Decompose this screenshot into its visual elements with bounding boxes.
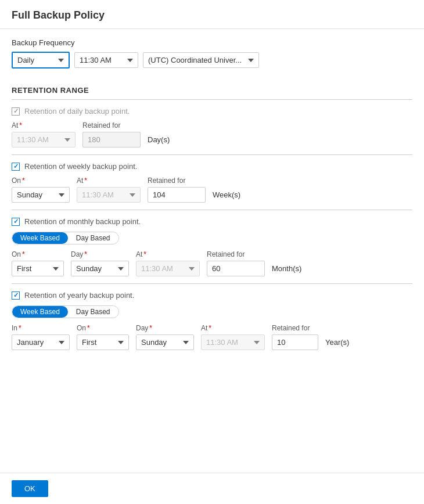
daily-retention-block: Retention of daily backup point. At * 11…: [12, 100, 412, 155]
monthly-toggle-group: Week Based Day Based: [12, 232, 119, 244]
frequency-row: Daily Weekly Monthly 11:30 AM 12:00 AM 1…: [12, 52, 412, 69]
yearly-on-required: *: [87, 324, 90, 332]
monthly-day-select[interactable]: Sunday Monday Tuesday Wednesday Thursday…: [71, 261, 129, 276]
monthly-on-label: On *: [12, 250, 64, 258]
monthly-day-label: Day *: [71, 250, 129, 258]
main-content: Backup Frequency Daily Weekly Monthly 11…: [0, 29, 424, 473]
yearly-retention-header: Retention of yearly backup point.: [12, 291, 412, 300]
monthly-retained-label: Retained for: [207, 250, 265, 258]
yearly-unit-label: Year(s): [325, 338, 349, 350]
daily-retention-label: Retention of daily backup point.: [24, 107, 130, 116]
yearly-at-label: At *: [201, 324, 265, 332]
page-title: Full Backup Policy: [0, 0, 424, 29]
monthly-on-required: *: [22, 250, 25, 258]
monthly-retention-header: Retention of monthly backup point.: [12, 217, 412, 226]
monthly-retained-input[interactable]: [207, 261, 265, 276]
yearly-day-select[interactable]: Sunday Monday Tuesday Wednesday Thursday…: [136, 334, 194, 350]
ok-button[interactable]: OK: [12, 480, 48, 497]
yearly-on-label: On *: [77, 324, 129, 332]
weekly-at-label: At *: [77, 177, 141, 185]
weekly-retention-label: Retention of weekly backup point.: [24, 162, 137, 171]
monthly-fields-row: On * First Second Third Fourth Last Day …: [12, 250, 412, 276]
weekly-retained-input[interactable]: [148, 187, 206, 203]
daily-retention-header: Retention of daily backup point.: [12, 107, 412, 116]
daily-retained-input: [82, 132, 141, 147]
weekly-retention-block: Retention of weekly backup point. On * S…: [12, 155, 412, 210]
yearly-in-group: In * January February March April May Ju…: [12, 324, 70, 350]
weekly-retained-label: Retained for: [148, 177, 206, 185]
weekly-on-select[interactable]: Sunday Monday Tuesday Wednesday Thursday…: [12, 187, 70, 203]
weekly-at-select: 11:30 AM: [77, 187, 141, 203]
yearly-retention-block: Retention of yearly backup point. Week B…: [12, 284, 412, 357]
yearly-day-group: Day * Sunday Monday Tuesday Wednesday Th…: [136, 324, 194, 350]
page-container: Full Backup Policy Backup Frequency Dail…: [0, 0, 424, 504]
monthly-unit-label: Month(s): [272, 264, 301, 276]
yearly-in-required: *: [19, 324, 21, 332]
weekly-retention-checkbox[interactable]: [12, 163, 20, 171]
monthly-at-group: At * 11:30 AM: [136, 250, 200, 276]
daily-at-select: 11:30 AM: [12, 132, 76, 147]
monthly-day-based-btn[interactable]: Day Based: [68, 232, 118, 244]
yearly-day-required: *: [149, 324, 152, 332]
monthly-retention-label: Retention of monthly backup point.: [24, 217, 141, 226]
footer: OK: [0, 473, 424, 504]
backup-time-select[interactable]: 11:30 AM 12:00 AM 1:00 AM: [74, 52, 138, 68]
weekly-on-group: On * Sunday Monday Tuesday Wednesday Thu…: [12, 177, 70, 203]
daily-at-group: At * 11:30 AM: [12, 121, 76, 147]
monthly-at-select: 11:30 AM: [136, 261, 200, 276]
timezone-select[interactable]: (UTC) Coordinated Univer... (UTC-05:00) …: [143, 52, 259, 68]
yearly-day-based-btn[interactable]: Day Based: [68, 306, 118, 318]
monthly-retention-checkbox[interactable]: [12, 218, 20, 226]
yearly-toggle-group: Week Based Day Based: [12, 305, 119, 318]
yearly-retained-label: Retained for: [272, 324, 318, 332]
daily-retention-checkbox[interactable]: [12, 107, 20, 116]
monthly-week-based-btn[interactable]: Week Based: [12, 232, 68, 244]
yearly-retention-checkbox[interactable]: [12, 291, 20, 300]
yearly-day-label: Day *: [136, 324, 194, 332]
daily-retained-label: Retained for: [82, 121, 141, 129]
yearly-at-required: *: [209, 324, 211, 332]
yearly-week-based-btn[interactable]: Week Based: [12, 306, 68, 318]
monthly-at-required: *: [143, 250, 146, 258]
weekly-unit-label: Week(s): [213, 190, 240, 203]
backup-frequency-label: Backup Frequency: [12, 38, 412, 47]
weekly-at-required: *: [84, 177, 87, 185]
retention-range-title: RETENTION RANGE: [12, 80, 412, 100]
weekly-on-label: On *: [12, 177, 70, 185]
yearly-retention-label: Retention of yearly backup point.: [24, 291, 134, 300]
weekly-fields-row: On * Sunday Monday Tuesday Wednesday Thu…: [12, 177, 412, 203]
yearly-at-group: At * 11:30 AM: [201, 324, 265, 350]
yearly-on-group: On * First Second Third Fourth Last: [77, 324, 129, 350]
monthly-on-group: On * First Second Third Fourth Last: [12, 250, 64, 276]
weekly-on-required: *: [22, 177, 25, 185]
daily-fields-row: At * 11:30 AM Retained for Day(s): [12, 121, 412, 147]
daily-unit-label: Day(s): [148, 135, 170, 147]
monthly-retention-block: Retention of monthly backup point. Week …: [12, 210, 412, 284]
daily-retained-group: Retained for: [82, 121, 141, 147]
yearly-retained-group: Retained for: [272, 324, 318, 350]
yearly-in-label: In *: [12, 324, 70, 332]
monthly-on-select[interactable]: First Second Third Fourth Last: [12, 261, 64, 276]
weekly-retained-group: Retained for: [148, 177, 206, 203]
yearly-retained-input[interactable]: [272, 334, 318, 350]
weekly-at-group: At * 11:30 AM: [77, 177, 141, 203]
yearly-on-select[interactable]: First Second Third Fourth Last: [77, 334, 129, 350]
weekly-retention-header: Retention of weekly backup point.: [12, 162, 412, 171]
monthly-day-group: Day * Sunday Monday Tuesday Wednesday Th…: [71, 250, 129, 276]
yearly-in-select[interactable]: January February March April May June Ju…: [12, 334, 70, 350]
frequency-select[interactable]: Daily Weekly Monthly: [12, 52, 70, 69]
yearly-fields-row: In * January February March April May Ju…: [12, 324, 412, 350]
daily-at-label: At *: [12, 121, 76, 129]
monthly-day-required: *: [84, 250, 87, 258]
monthly-retained-group: Retained for: [207, 250, 265, 276]
yearly-at-select: 11:30 AM: [201, 334, 265, 350]
daily-at-required: *: [19, 121, 22, 129]
monthly-at-label: At *: [136, 250, 200, 258]
